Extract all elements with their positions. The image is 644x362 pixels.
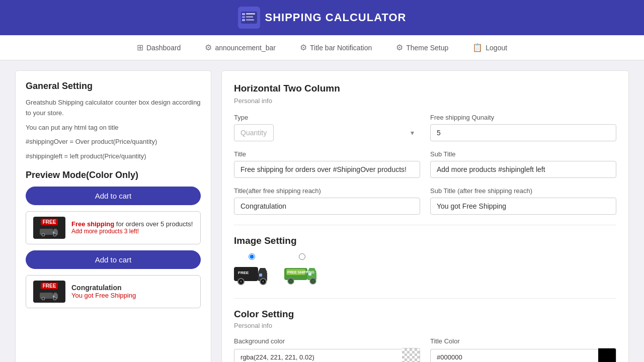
section-divider-2 [234, 298, 616, 299]
form-group-type: Type Quantity [234, 114, 420, 141]
logo: Shipping Calculator [238, 7, 407, 29]
svg-rect-5 [246, 13, 255, 15]
announcement-bar-icon: ⚙ [205, 43, 212, 52]
svg-marker-10 [53, 229, 58, 231]
type-select[interactable]: Quantity [234, 124, 274, 141]
right-panel: Horizontal Two Column Personal info Type… [221, 70, 629, 362]
form-row-type: Type Quantity Free shipping Qunaity [234, 114, 616, 141]
bg-color-input[interactable] [234, 349, 402, 363]
main-nav: ⊞ Dashboard ⚙ announcement_bar ⚙ Title b… [0, 35, 644, 60]
nav-title-bar-notification[interactable]: ⚙ Title bar Notification [298, 40, 374, 55]
svg-point-28 [262, 281, 264, 283]
image-setting-section: Image Setting FREE [234, 235, 616, 288]
horizontal-two-column-title: Horizontal Two Column [234, 83, 616, 94]
nav-logout-label: Logout [486, 44, 507, 52]
nav-announcement-bar[interactable]: ⚙ announcement_bar [203, 40, 278, 55]
svg-point-38 [312, 280, 314, 282]
shipping-bar-1-orders: for orders over 5 products! [116, 220, 193, 228]
truck-icon-2: FREE [33, 281, 65, 303]
form-group-bg-color: Background color [234, 337, 420, 362]
radio-option-2: FREE SHIPPING [284, 253, 319, 288]
svg-rect-2 [242, 13, 245, 15]
svg-marker-22 [258, 268, 267, 272]
svg-rect-4 [242, 19, 245, 21]
truck-image-1: FREE [234, 263, 269, 288]
truck-image-2: FREE SHIPPING [284, 263, 319, 288]
add-to-cart-button-1[interactable]: Add to cart [26, 187, 201, 205]
main-container: Ganeral Setting Greatshub Shipping calcu… [5, 60, 639, 362]
form-row-title: Title Sub Title [234, 150, 616, 178]
title-label: Title [234, 150, 420, 158]
svg-point-19 [53, 297, 56, 300]
general-setting-desc2: You can put any html tag on title [26, 123, 201, 133]
subtitle-after-input[interactable] [430, 198, 616, 215]
color-setting-subtitle: Personal info [234, 322, 616, 329]
subtitle-input[interactable] [430, 161, 616, 178]
bg-color-wrapper [234, 348, 420, 362]
svg-text:FREE SHIPPING: FREE SHIPPING [287, 270, 315, 274]
congratulation-sub: You got Free Shipping [71, 292, 136, 299]
subtitle-after-label: Sub Title (after free shipping reach) [430, 187, 616, 195]
free-shipping-qty-label: Free shipping Qunaity [430, 114, 616, 121]
svg-rect-7 [246, 19, 254, 21]
free-badge-1: FREE [41, 219, 58, 225]
nav-dashboard[interactable]: ⊞ Dashboard [135, 40, 183, 55]
app-title: Shipping Calculator [265, 11, 407, 24]
form-group-title-color: Title Color [430, 337, 616, 362]
shipping-bar-1-main: Free shipping for orders over 5 products… [71, 220, 193, 228]
form-row-colors: Background color Title Color [234, 337, 616, 362]
svg-rect-8 [40, 229, 53, 235]
svg-text:FREE: FREE [238, 270, 249, 275]
image-setting-title: Image Setting [234, 235, 616, 246]
personal-info-subtitle-1: Personal info [234, 97, 616, 105]
nav-logout[interactable]: 📋 Logout [470, 40, 509, 55]
nav-theme-setup-label: Theme Setup [406, 44, 448, 52]
title-input[interactable] [234, 161, 420, 178]
svg-point-18 [42, 297, 45, 300]
logout-icon: 📋 [472, 43, 482, 52]
nav-title-bar-notification-label: Title bar Notification [310, 44, 372, 52]
svg-rect-23 [259, 274, 262, 277]
svg-marker-16 [53, 293, 58, 295]
svg-rect-3 [242, 16, 245, 18]
general-setting-desc1: Greatshub Shipping calculator counter bo… [26, 98, 201, 119]
shipping-bar-1-sub: Add more products 3 left! [71, 228, 193, 235]
theme-setup-icon: ⚙ [396, 43, 403, 52]
preview-mode-title: Preview Mode(Color Only) [26, 170, 201, 180]
svg-point-26 [240, 281, 242, 283]
title-color-input[interactable] [430, 349, 598, 363]
title-color-swatch[interactable] [598, 348, 616, 362]
form-row-title-after: Title(after free shipping reach) Sub Tit… [234, 187, 616, 215]
truck-image-radio-1[interactable] [249, 253, 255, 260]
left-panel: Ganeral Setting Greatshub Shipping calcu… [15, 70, 211, 362]
general-setting-desc3: #shippingOver = Over product(Price/quant… [26, 137, 201, 147]
truck-image-radio-2[interactable] [299, 253, 305, 260]
nav-theme-setup[interactable]: ⚙ Theme Setup [394, 40, 450, 55]
form-group-subtitle-after: Sub Title (after free shipping reach) [430, 187, 616, 215]
form-group-subtitle: Sub Title [430, 150, 616, 178]
shipping-bar-1-free-shipping: Free shipping [71, 220, 114, 228]
title-after-input[interactable] [234, 198, 420, 215]
truck-svg-2 [40, 290, 59, 300]
general-setting-title: Ganeral Setting [26, 81, 201, 92]
title-bar-notification-icon: ⚙ [300, 43, 307, 52]
svg-rect-14 [40, 293, 53, 299]
svg-point-13 [53, 233, 56, 236]
title-after-label: Title(after free shipping reach) [234, 187, 420, 195]
nav-dashboard-label: Dashboard [146, 44, 181, 52]
svg-rect-17 [53, 296, 54, 297]
svg-rect-11 [53, 232, 54, 233]
add-to-cart-button-2[interactable]: Add to cart [26, 250, 201, 269]
bg-color-swatch[interactable] [402, 348, 420, 362]
free-badge-2: FREE [41, 283, 58, 289]
free-shipping-qty-input[interactable] [430, 124, 616, 141]
bg-color-label: Background color [234, 337, 420, 345]
general-setting-desc4: #shippingleft = left product(Price/quant… [26, 151, 201, 162]
congratulation-bar: FREE Congratulation You got Free Shippin… [26, 275, 201, 308]
title-color-label: Title Color [430, 337, 616, 345]
color-setting-section: Color Setting Personal info Background c… [234, 309, 616, 362]
congratulation-bar-text: Congratulation You got Free Shipping [71, 284, 136, 299]
subtitle-label: Sub Title [430, 150, 616, 158]
shipping-bar-1-text: Free shipping for orders over 5 products… [71, 220, 193, 235]
radio-option-1: FREE [234, 253, 269, 288]
